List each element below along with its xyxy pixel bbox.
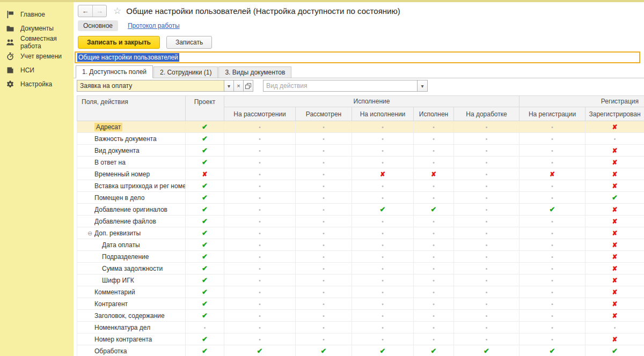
access-cell-dot[interactable]: • bbox=[519, 275, 586, 286]
access-cell-cross[interactable]: ✘ bbox=[586, 145, 644, 157]
grid-row-name[interactable]: Подразделение bbox=[77, 251, 186, 263]
access-cell-cross[interactable]: ✘ bbox=[586, 333, 644, 345]
access-cell-cross[interactable]: ✘ bbox=[586, 263, 644, 275]
access-cell-dot[interactable]: • bbox=[296, 192, 352, 204]
settings-name-input[interactable]: Общие настройки пользователей bbox=[75, 51, 640, 63]
access-cell-check[interactable]: ✔ bbox=[186, 310, 224, 322]
sidebar-item-Главное[interactable]: Главное bbox=[0, 8, 74, 21]
access-cell-cross[interactable]: ✘ bbox=[586, 157, 644, 168]
grid-row-name[interactable]: Номенклатура дел bbox=[77, 322, 186, 333]
access-cell-check[interactable]: ✔ bbox=[414, 204, 454, 216]
access-cell-dot[interactable]: • bbox=[296, 333, 352, 345]
access-cell-dot[interactable]: • bbox=[454, 216, 519, 227]
access-cell-dot[interactable]: • bbox=[296, 298, 352, 310]
access-cell-dot[interactable]: • bbox=[519, 263, 586, 275]
access-cell-dot[interactable]: • bbox=[454, 180, 519, 192]
access-cell-dot[interactable]: • bbox=[352, 333, 414, 345]
access-cell-dot[interactable]: • bbox=[519, 216, 586, 227]
access-cell-dot[interactable]: • bbox=[414, 227, 454, 239]
access-cell-dot[interactable]: • bbox=[296, 157, 352, 168]
access-cell-dot[interactable]: • bbox=[296, 216, 352, 227]
access-cell-check[interactable]: ✔ bbox=[186, 216, 224, 227]
grid-row-name[interactable]: Временный номер bbox=[77, 168, 186, 180]
access-cell-check[interactable]: ✔ bbox=[186, 239, 224, 251]
access-cell-check[interactable]: ✔ bbox=[519, 204, 586, 216]
access-cell-dot[interactable]: • bbox=[352, 157, 414, 168]
access-cell-dot[interactable]: • bbox=[224, 168, 296, 180]
access-cell-dot[interactable]: • bbox=[454, 121, 519, 133]
access-cell-check[interactable]: ✔ bbox=[586, 345, 644, 356]
grid-row-name[interactable]: Важность документа bbox=[77, 133, 186, 145]
access-cell-dot[interactable]: • bbox=[352, 275, 414, 286]
access-cell-cross[interactable]: ✘ bbox=[586, 227, 644, 239]
page-tab-2[interactable]: 2. Сотрудники (1) bbox=[153, 66, 218, 78]
access-cell-dot[interactable]: • bbox=[454, 251, 519, 263]
access-cell-dot[interactable]: • bbox=[296, 204, 352, 216]
access-cell-cross[interactable]: ✘ bbox=[186, 168, 224, 180]
access-cell-dot[interactable]: • bbox=[224, 275, 296, 286]
access-cell-dot[interactable]: • bbox=[519, 251, 586, 263]
access-cell-check[interactable]: ✔ bbox=[186, 263, 224, 275]
access-cell-dot[interactable]: • bbox=[296, 239, 352, 251]
access-cell-dot[interactable]: • bbox=[224, 286, 296, 298]
access-cell-dot[interactable]: • bbox=[224, 239, 296, 251]
access-cell-dot[interactable]: • bbox=[296, 227, 352, 239]
access-cell-dot[interactable]: • bbox=[352, 121, 414, 133]
collapse-icon[interactable]: ⊖ bbox=[87, 230, 94, 237]
access-cell-dot[interactable]: • bbox=[296, 286, 352, 298]
grid-row-name[interactable]: Комментарий bbox=[77, 286, 186, 298]
access-cell-dot[interactable]: • bbox=[414, 263, 454, 275]
access-cell-dot[interactable]: • bbox=[454, 263, 519, 275]
grid-row-name[interactable]: Дата оплаты bbox=[77, 239, 186, 251]
access-cell-dot[interactable]: • bbox=[414, 275, 454, 286]
access-cell-check[interactable]: ✔ bbox=[186, 333, 224, 345]
access-cell-check[interactable]: ✔ bbox=[186, 227, 224, 239]
grid-row-name[interactable]: Шифр ИГК bbox=[77, 275, 186, 286]
access-cell-dot[interactable]: • bbox=[224, 322, 296, 333]
access-cell-dot[interactable]: • bbox=[224, 216, 296, 227]
access-cell-dot[interactable]: • bbox=[414, 322, 454, 333]
access-cell-dot[interactable]: • bbox=[352, 216, 414, 227]
access-cell-dot[interactable]: • bbox=[519, 333, 586, 345]
access-cell-cross[interactable]: ✘ bbox=[586, 298, 644, 310]
access-cell-dot[interactable]: • bbox=[414, 251, 454, 263]
access-cell-dot[interactable]: • bbox=[186, 322, 224, 333]
sidebar-item-Документы[interactable]: Документы bbox=[0, 21, 74, 35]
access-cell-dot[interactable]: • bbox=[352, 322, 414, 333]
grid-row-name[interactable]: Добавление оригиналов bbox=[77, 204, 186, 216]
access-cell-dot[interactable]: • bbox=[414, 157, 454, 168]
access-cell-dot[interactable]: • bbox=[519, 145, 586, 157]
access-cell-dot[interactable]: • bbox=[224, 180, 296, 192]
access-cell-dot[interactable]: • bbox=[414, 180, 454, 192]
grid-row-name[interactable]: Вставка штрихкода и рег номера bbox=[77, 180, 186, 192]
grid-row-name[interactable]: Помещен в дело bbox=[77, 192, 186, 204]
access-cell-dot[interactable]: • bbox=[454, 275, 519, 286]
grid-row-name[interactable]: Адресат bbox=[77, 121, 186, 133]
access-cell-dot[interactable]: • bbox=[296, 121, 352, 133]
access-cell-dot[interactable]: • bbox=[454, 298, 519, 310]
access-cell-cross[interactable]: ✘ bbox=[586, 239, 644, 251]
tab-main[interactable]: Основное bbox=[78, 20, 118, 31]
grid-row-name[interactable]: Добавление файлов bbox=[77, 216, 186, 227]
access-cell-check[interactable]: ✔ bbox=[586, 192, 644, 204]
grid-row-name[interactable]: Обработка bbox=[77, 345, 186, 356]
clear-button[interactable]: × bbox=[233, 80, 244, 92]
access-cell-dot[interactable]: • bbox=[352, 298, 414, 310]
access-cell-dot[interactable]: • bbox=[454, 192, 519, 204]
access-cell-dot[interactable]: • bbox=[586, 133, 644, 145]
access-cell-cross[interactable]: ✘ bbox=[519, 168, 586, 180]
access-cell-dot[interactable]: • bbox=[296, 310, 352, 322]
access-cell-dot[interactable]: • bbox=[224, 133, 296, 145]
access-cell-dot[interactable]: • bbox=[586, 322, 644, 333]
access-cell-dot[interactable]: • bbox=[414, 333, 454, 345]
access-cell-dot[interactable]: • bbox=[519, 310, 586, 322]
grid-row-name[interactable]: Номер контрагента bbox=[77, 333, 186, 345]
access-cell-dot[interactable]: • bbox=[296, 263, 352, 275]
access-cell-dot[interactable]: • bbox=[454, 310, 519, 322]
access-cell-dot[interactable]: • bbox=[454, 227, 519, 239]
access-cell-cross[interactable]: ✘ bbox=[586, 168, 644, 180]
access-cell-dot[interactable]: • bbox=[414, 192, 454, 204]
access-cell-dot[interactable]: • bbox=[224, 192, 296, 204]
access-cell-check[interactable]: ✔ bbox=[186, 204, 224, 216]
sidebar-item-Учет времени[interactable]: Учет времени bbox=[0, 49, 74, 63]
